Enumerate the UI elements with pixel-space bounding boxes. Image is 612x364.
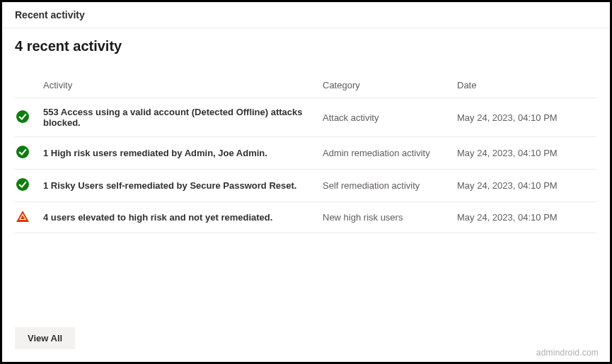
card-content: 4 recent activity Activity Category Date… (2, 28, 610, 233)
activity-text: 1 High risk users remediated by Admin, J… (36, 137, 316, 170)
activity-text: 553 Access using a valid account (Detect… (36, 98, 316, 137)
check-circle-icon (16, 178, 29, 191)
table-row[interactable]: 4 users elevated to high risk and not ye… (15, 202, 597, 233)
col-header-category: Category (316, 74, 450, 98)
warning-triangle-icon (16, 211, 29, 222)
view-all-button[interactable]: View All (15, 327, 75, 349)
activity-text: 4 users elevated to high risk and not ye… (36, 202, 316, 233)
col-header-date: Date (450, 74, 597, 98)
watermark: admindroid.com (536, 348, 599, 358)
card-header: Recent activity (2, 2, 610, 28)
category-text: Attack activity (316, 98, 450, 137)
footer: View All (15, 327, 75, 349)
date-text: May 24, 2023, 04:10 PM (450, 98, 597, 137)
table-row[interactable]: 1 Risky Users self-remediated by Secure … (15, 170, 597, 202)
activity-text: 1 Risky Users self-remediated by Secure … (36, 170, 316, 202)
check-circle-icon (16, 146, 29, 158)
category-text: Self remediation activity (316, 170, 450, 202)
category-text: Admin remediation activity (316, 137, 450, 170)
col-header-activity: Activity (36, 74, 316, 98)
date-text: May 24, 2023, 04:10 PM (450, 170, 597, 202)
date-text: May 24, 2023, 04:10 PM (450, 202, 597, 233)
table-row[interactable]: 553 Access using a valid account (Detect… (15, 98, 597, 137)
col-header-icon (15, 74, 36, 98)
check-circle-icon (16, 110, 29, 123)
activity-table: Activity Category Date 553 Access using … (15, 74, 597, 233)
date-text: May 24, 2023, 04:10 PM (450, 137, 597, 170)
category-text: New high risk users (316, 202, 450, 233)
page-title: 4 recent activity (15, 38, 597, 54)
table-row[interactable]: 1 High risk users remediated by Admin, J… (15, 137, 597, 170)
card-title: Recent activity (15, 9, 85, 20)
